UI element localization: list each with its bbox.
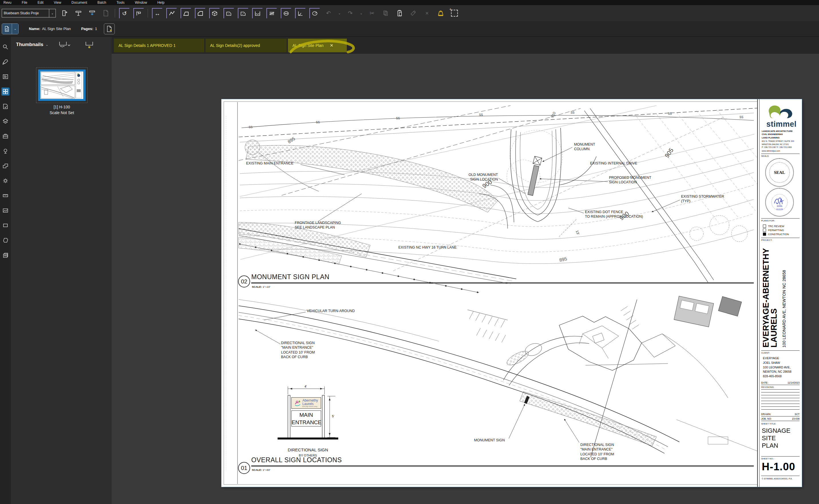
snapshot-icon[interactable] <box>450 8 459 18</box>
toolbar-separator <box>115 9 115 17</box>
volume-icon[interactable] <box>209 8 219 18</box>
tab-close-icon[interactable]: ✕ <box>330 43 333 48</box>
layers-icon[interactable] <box>1 117 9 125</box>
client-label: CLIENT: <box>761 352 770 354</box>
tab-al-sign-details-1[interactable]: AL Sign Details 1 APPROVED 1 <box>114 39 204 52</box>
add-page-button[interactable] <box>104 23 115 34</box>
menu-document[interactable]: Document <box>72 1 87 5</box>
weight-icon[interactable] <box>436 8 446 18</box>
menu-tools[interactable]: Tools <box>116 1 124 5</box>
pdf-page[interactable]: SS SS SS SS SS SS SS 895 900 905 910 900… <box>221 99 802 487</box>
thumbnail-page-1[interactable] <box>36 68 88 103</box>
tab-label: AL Sign Site Plan <box>292 43 323 48</box>
document-icon <box>2 24 12 34</box>
flatten-document-icon <box>101 8 111 18</box>
properties-gear-icon[interactable] <box>1 177 9 185</box>
thumbnails-header[interactable]: Thumbnails ⌄ <box>16 42 48 47</box>
svg-text:SS: SS <box>396 117 400 120</box>
polygon-cutout-icon[interactable] <box>238 8 248 18</box>
delete-icon: × <box>422 8 432 18</box>
menu-revu[interactable]: Revu <box>3 1 11 5</box>
project-name: EVERYAGE-ABERNETHY LAURELS <box>762 242 778 348</box>
page-menu-button[interactable]: ⌄ <box>2 23 19 34</box>
bookmarks-icon[interactable] <box>1 251 9 259</box>
calibrate-icon[interactable]: ↺ <box>119 8 129 18</box>
sets-icon[interactable] <box>1 162 9 170</box>
menu-view[interactable]: View <box>54 1 61 5</box>
main-toolbar: Bluebeam Studio Proje ⌄ ↺ ↔ <box>0 5 819 21</box>
date-row: DATE:11/14/2023 <box>761 381 800 385</box>
menu-batch[interactable]: Batch <box>98 1 106 5</box>
plan01-scale: SCALE: 1"=60' <box>252 468 270 471</box>
chevron-down-icon[interactable]: ⌄ <box>12 24 18 34</box>
job-row: JOB. NO:23-038 <box>761 417 800 421</box>
bluebeam-revu-window: { "menu": {"items": ["Revu","File","Edit… <box>0 0 819 504</box>
chevron-down-icon[interactable]: ⌄ <box>49 9 56 17</box>
radius-icon[interactable] <box>309 8 320 18</box>
menu-bar: Revu File Edit View Document Batch Tools… <box>0 0 819 5</box>
links-icon[interactable] <box>1 236 9 244</box>
page-options-icon[interactable] <box>59 41 70 50</box>
firm-website: www.stimmelpa.com <box>762 150 780 153</box>
measurements-icon[interactable] <box>1 192 9 200</box>
area-icon[interactable] <box>180 8 191 18</box>
thumbnail-frame <box>38 70 86 101</box>
studio-session-icon[interactable] <box>74 8 83 18</box>
sign-detail-logo-panel: Abernethy Laurels EveryAge Senior Living <box>291 397 321 409</box>
sign-logo-text: Abernethy Laurels EveryAge Senior Living <box>302 399 318 407</box>
paste-icon[interactable] <box>394 8 404 18</box>
plan-label: MONUMENT COLUMN <box>574 142 595 152</box>
search-icon[interactable] <box>1 43 9 51</box>
revisions-label: REVISIONS: <box>761 386 774 388</box>
tool-chest-icon[interactable] <box>1 132 9 140</box>
svg-text:SS: SS <box>668 112 672 115</box>
length-icon[interactable]: ↔ <box>152 8 162 18</box>
svg-text:910: 910 <box>550 111 556 118</box>
thumbnails-panel-icon[interactable] <box>1 88 9 96</box>
menu-help[interactable]: Help <box>157 1 164 5</box>
document-canvas[interactable]: AL Sign Details 1 APPROVED 1 AL Sign Det… <box>112 37 819 504</box>
count-icon[interactable] <box>266 8 277 18</box>
cutout-icon[interactable] <box>223 8 234 18</box>
plan02-scale: SCALE: 1"=10' <box>252 285 270 288</box>
sign-height-dim: 5' <box>332 414 334 418</box>
tab-al-sign-details-2[interactable]: AL Sign Details(2) approved <box>205 39 287 52</box>
tab-al-sign-site-plan[interactable]: AL Sign Site Plan ✕ <box>288 39 347 52</box>
format-painter-icon <box>408 8 418 18</box>
tab-label: AL Sign Details(2) approved <box>210 43 260 48</box>
plan-label: EXISTING INTERNAL DRIVE <box>590 161 637 166</box>
diameter-icon[interactable] <box>281 8 291 18</box>
markups-list-icon[interactable] <box>1 73 9 81</box>
markup-pen-icon[interactable] <box>1 58 9 66</box>
angle-icon[interactable] <box>295 8 305 18</box>
sheet-no-label: SHEET NO.: <box>761 457 774 460</box>
menu-window[interactable]: Window <box>135 1 147 5</box>
plan02-rule <box>251 282 754 283</box>
profile-dropdown[interactable]: Bluebeam Studio Proje ⌄ <box>2 9 56 17</box>
drawn-row: DRAWN:SCT <box>761 413 800 416</box>
signatures-icon[interactable] <box>1 207 9 215</box>
menu-file[interactable]: File <box>22 1 27 5</box>
plans-for-label: PLANS FOR: <box>761 219 775 222</box>
architect-seal: 1161 11/1/23 <box>765 188 794 217</box>
detail-number-02: 02 <box>238 275 250 287</box>
create-page-label-icon[interactable] <box>85 41 94 50</box>
spaces-icon[interactable] <box>1 147 9 155</box>
seals-label: SEALS: <box>761 155 769 157</box>
thumbnail-caption[interactable]: [1] H-100 Scale Not Set <box>22 104 102 116</box>
firm-address: 601 N. TRADE STREET, SUITE 200 WINSTON-S… <box>762 140 794 149</box>
studio-join-icon[interactable] <box>60 8 70 18</box>
perimeter-icon[interactable] <box>195 8 205 18</box>
thumbnails-title: Thumbnails <box>16 42 43 47</box>
chevron-down-icon[interactable]: ⌄ <box>45 43 48 47</box>
file-access-icon[interactable] <box>1 102 9 110</box>
caliper-icon[interactable] <box>133 8 144 18</box>
depth-icon[interactable] <box>252 8 262 18</box>
polylength-icon[interactable] <box>166 8 176 18</box>
forms-icon[interactable] <box>1 221 9 229</box>
plan-label: VEHICULAR TURN-AROUND <box>307 309 355 313</box>
studio-update-icon[interactable] <box>87 8 97 18</box>
sheet-title-label: SHEET TITLE: <box>761 422 776 425</box>
menu-edit[interactable]: Edit <box>37 1 43 5</box>
detail-number-01: 01 <box>238 462 250 474</box>
